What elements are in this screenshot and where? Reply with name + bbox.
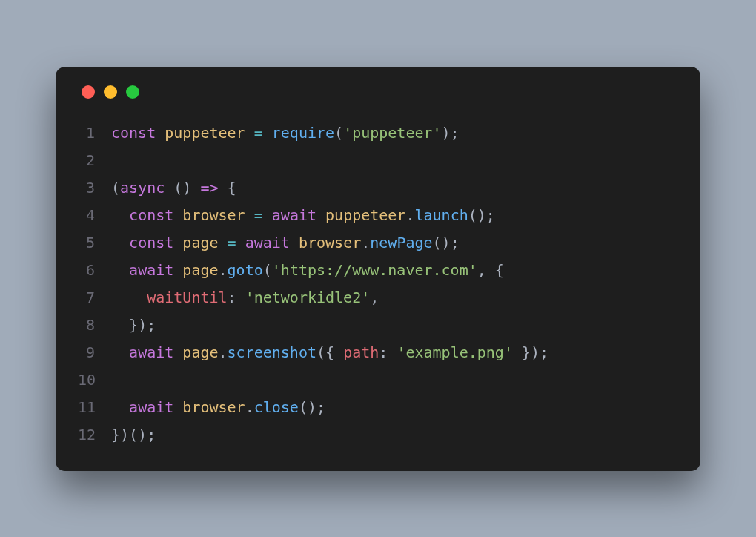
token-punc: . [245, 398, 254, 416]
line-number: 5 [78, 229, 111, 257]
line-content: const page = await browser.newPage(); [111, 229, 460, 257]
token-punc: () [173, 179, 191, 197]
token-str: 'networkidle2' [245, 289, 371, 306]
token-kw: await [272, 206, 316, 224]
line-content: const browser = await puppeteer.launch()… [111, 202, 495, 229]
code-window: 1const puppeteer = require('puppeteer');… [56, 67, 700, 471]
token-punc: (); [299, 398, 325, 416]
line-number: 3 [78, 174, 111, 202]
token-punc: ); [442, 124, 460, 142]
line-number: 2 [78, 147, 111, 174]
token-plain [111, 206, 129, 224]
token-plain [219, 234, 228, 251]
token-punc: : [228, 289, 245, 306]
token-fn: close [254, 398, 299, 416]
token-plain [219, 179, 228, 197]
token-kw: const [111, 124, 156, 142]
maximize-icon[interactable] [126, 85, 139, 99]
token-punc: ({ [316, 343, 343, 361]
token-plain [263, 206, 272, 224]
token-kw: async [120, 179, 165, 197]
token-punc: }); [513, 343, 548, 361]
line-number: 12 [78, 421, 111, 449]
token-str: 'https://www.naver.com' [272, 261, 477, 279]
line-number: 9 [78, 339, 111, 366]
line-number: 11 [78, 394, 111, 421]
token-kw: const [129, 234, 173, 251]
code-line: 2 [78, 147, 678, 174]
code-line: 1const puppeteer = require('puppeteer'); [78, 119, 678, 147]
token-kw: await [129, 343, 173, 361]
token-plain [156, 124, 165, 142]
token-var: browser [299, 234, 361, 251]
token-fn: require [272, 124, 334, 142]
token-prop: path [343, 343, 379, 361]
token-punc: , { [477, 261, 504, 279]
token-var: puppeteer [325, 206, 405, 224]
code-line: 9 await page.screenshot({ path: 'example… [78, 339, 678, 366]
line-content: await page.screenshot({ path: 'example.p… [111, 339, 548, 366]
token-punc: })(); [111, 426, 156, 444]
token-plain [173, 343, 182, 361]
line-content: })(); [111, 421, 156, 449]
line-content: }); [111, 312, 156, 339]
token-plain [111, 234, 129, 251]
token-plain [290, 234, 299, 251]
line-content: waitUntil: 'networkidle2', [111, 284, 379, 312]
code-line: 10 [78, 366, 678, 394]
token-punc: . [361, 234, 370, 251]
token-str: 'example.png' [397, 343, 513, 361]
token-plain [236, 234, 245, 251]
code-line: 3(async () => { [78, 174, 678, 202]
token-kw: await [129, 398, 173, 416]
token-punc: ( [263, 261, 272, 279]
token-punc: }); [129, 316, 156, 334]
token-var: page [182, 234, 218, 251]
token-fn: newPage [370, 234, 432, 251]
line-number: 7 [78, 284, 111, 312]
token-punc: : [379, 343, 397, 361]
token-plain [165, 179, 173, 197]
line-number: 1 [78, 119, 111, 147]
token-punc: { [228, 179, 236, 197]
token-plain [173, 398, 182, 416]
token-plain [173, 234, 182, 251]
code-editor[interactable]: 1const puppeteer = require('puppeteer');… [78, 119, 678, 449]
token-plain [111, 398, 129, 416]
line-content: await page.goto('https://www.naver.com',… [111, 257, 504, 284]
close-icon[interactable] [82, 85, 95, 99]
token-prop: waitUntil [147, 289, 227, 306]
token-punc: . [219, 343, 228, 361]
line-content: (async () => { [111, 174, 236, 202]
token-var: browser [182, 206, 245, 224]
code-line: 8 }); [78, 312, 678, 339]
code-line: 5 const page = await browser.newPage(); [78, 229, 678, 257]
token-punc: , [370, 289, 379, 306]
window-titlebar [78, 85, 678, 99]
line-content: const puppeteer = require('puppeteer'); [111, 119, 460, 147]
token-punc: . [405, 206, 414, 224]
token-plain [316, 206, 325, 224]
token-punc: (); [468, 206, 495, 224]
code-line: 4 const browser = await puppeteer.launch… [78, 202, 678, 229]
token-kw: await [245, 234, 290, 251]
token-punc: ( [111, 179, 120, 197]
token-fn: goto [228, 261, 263, 279]
line-number: 4 [78, 202, 111, 229]
line-content: await browser.close(); [111, 394, 325, 421]
token-plain [263, 124, 272, 142]
token-kw: await [129, 261, 173, 279]
minimize-icon[interactable] [104, 85, 117, 99]
line-number: 10 [78, 366, 111, 394]
token-str: 'puppeteer' [343, 124, 441, 142]
token-plain [191, 179, 200, 197]
code-line: 7 waitUntil: 'networkidle2', [78, 284, 678, 312]
token-plain [111, 343, 129, 361]
token-fn: screenshot [228, 343, 316, 361]
token-op: = [228, 234, 236, 251]
token-plain [111, 289, 147, 306]
token-op: = [254, 124, 263, 142]
code-line: 11 await browser.close(); [78, 394, 678, 421]
token-var: puppeteer [165, 124, 245, 142]
token-kw: const [129, 206, 173, 224]
